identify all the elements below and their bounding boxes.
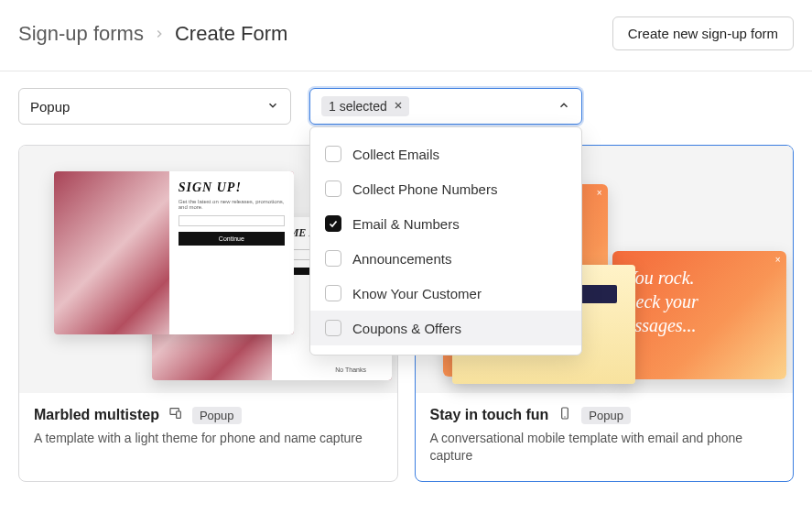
template-description: A conversational mobile template with em… — [430, 430, 779, 465]
dropdown-option-label: Know Your Customer — [352, 286, 482, 301]
type-select-value: Popup — [30, 99, 70, 115]
selected-chip: 1 selected — [321, 96, 409, 116]
template-title: Stay in touch fun — [430, 407, 549, 423]
type-select[interactable]: Popup — [18, 88, 291, 125]
template-title: Marbled multistep — [34, 407, 159, 423]
dropdown-option-label: Collect Emails — [352, 147, 439, 162]
mock-line: heck your — [627, 291, 698, 312]
checkbox-icon[interactable] — [325, 285, 341, 301]
mock-line: You rock. — [627, 268, 695, 288]
chip-label: 1 selected — [329, 99, 387, 114]
checkbox-icon[interactable] — [325, 215, 341, 232]
mock-button: Continue — [179, 232, 285, 246]
tag-select[interactable]: 1 selected — [309, 88, 582, 125]
dropdown-option[interactable]: Announcements — [310, 241, 581, 276]
checkbox-icon[interactable] — [325, 180, 341, 197]
close-icon[interactable] — [393, 99, 404, 114]
dropdown-option[interactable]: Collect Emails — [310, 137, 581, 171]
breadcrumb-current: Create Form — [175, 22, 287, 46]
template-description: A template with a light theme for phone … — [34, 430, 383, 447]
breadcrumb: Sign-up forms Create Form — [18, 22, 287, 46]
checkbox-icon[interactable] — [325, 320, 341, 336]
dropdown-option[interactable]: Email & Numbers — [310, 206, 581, 241]
mobile-icon — [558, 406, 572, 424]
dropdown-option[interactable]: Know Your Customer — [310, 276, 581, 311]
dropdown-option-label: Email & Numbers — [352, 216, 460, 232]
mock-heading: SIGN UP! — [179, 180, 285, 195]
checkbox-icon[interactable] — [325, 250, 341, 267]
dropdown-option[interactable]: Coupons & Offers — [310, 311, 581, 345]
chevron-right-icon — [153, 22, 166, 46]
chevron-up-icon — [558, 99, 570, 115]
mock-no-thanks: No Thanks — [335, 366, 366, 373]
svg-rect-3 — [177, 411, 181, 418]
desktop-icon — [168, 406, 183, 424]
checkbox-icon[interactable] — [325, 146, 341, 162]
dropdown-option-label: Collect Phone Numbers — [352, 181, 497, 197]
template-badge: Popup — [581, 407, 631, 424]
mock-subtext: Get the latest on new releases, promotio… — [179, 199, 285, 210]
template-badge: Popup — [192, 407, 242, 424]
create-form-button[interactable]: Create new sign-up form — [612, 16, 794, 50]
mock-line: essages... — [627, 315, 697, 335]
dropdown-option-label: Coupons & Offers — [352, 321, 461, 336]
breadcrumb-root[interactable]: Sign-up forms — [18, 22, 144, 46]
chevron-down-icon — [266, 99, 279, 115]
dropdown-option[interactable]: Collect Phone Numbers — [310, 171, 581, 206]
dropdown-option-label: Announcements — [352, 251, 451, 267]
tag-dropdown: Collect EmailsCollect Phone NumbersEmail… — [309, 126, 582, 355]
